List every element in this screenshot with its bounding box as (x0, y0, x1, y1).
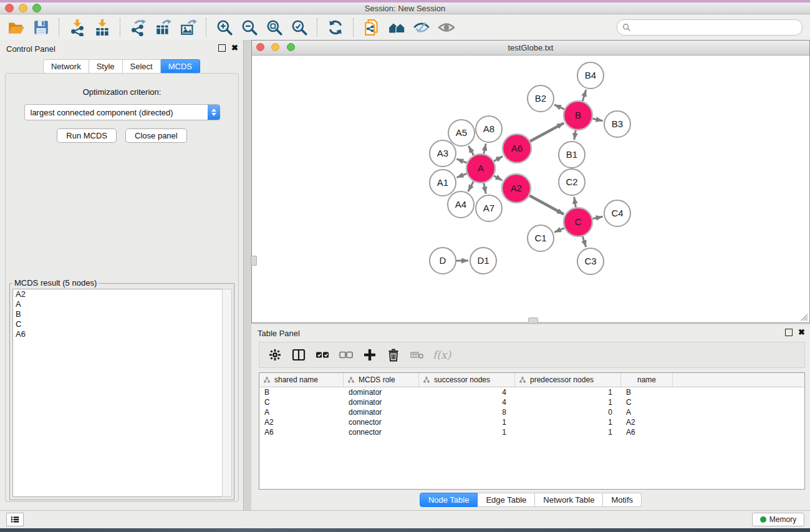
graph-node-A1[interactable]: A1 (430, 170, 456, 196)
graph-edge-A-A2[interactable] (494, 176, 502, 181)
close-table-panel-icon[interactable]: ✖ (798, 329, 805, 336)
export-table-button[interactable] (151, 17, 176, 37)
graph-node-A3[interactable]: A3 (430, 140, 456, 167)
column-header[interactable]: name (621, 373, 673, 387)
import-network-button[interactable] (65, 17, 90, 37)
left-splitter-grip[interactable] (251, 256, 257, 266)
show-all-homes-button[interactable] (384, 17, 409, 37)
graph-node-A2[interactable]: A2 (502, 174, 531, 203)
zoom-fit-button[interactable] (262, 17, 287, 37)
column-header[interactable]: predecessor nodes (515, 373, 621, 387)
graph-edge-C-C4[interactable] (592, 216, 602, 219)
search-input[interactable] (634, 21, 802, 34)
float-table-panel-icon[interactable] (785, 329, 793, 336)
graph-edge-C-C3[interactable] (582, 236, 586, 247)
table-cell-name[interactable]: A6 (621, 428, 673, 437)
close-panel-button[interactable]: Close panel (125, 128, 187, 143)
result-item[interactable]: C (13, 319, 222, 329)
graph-edge-A6-B[interactable] (530, 123, 564, 141)
graph-node-C2[interactable]: C2 (559, 169, 585, 195)
graph-edge-A-A7[interactable] (484, 183, 486, 194)
table-cell-successor[interactable]: 4 (419, 388, 515, 397)
select-all-columns-button[interactable] (312, 345, 333, 365)
graph-edge-C-C2[interactable] (574, 197, 576, 208)
graph-node-B2[interactable]: B2 (528, 85, 554, 112)
graph-node-A7[interactable]: A7 (476, 195, 502, 221)
table-cell-name[interactable]: C (621, 398, 673, 407)
open-file-button[interactable] (4, 17, 29, 37)
graph-node-C4[interactable]: C4 (604, 200, 630, 226)
table-cell-shared_name[interactable]: C (259, 398, 344, 407)
table-cell-successor[interactable]: 1 (419, 428, 515, 437)
refresh-button[interactable] (323, 17, 348, 37)
graph-node-A8[interactable]: A8 (476, 116, 502, 142)
zoom-selected-button[interactable] (287, 17, 312, 37)
zoom-out-button[interactable] (237, 17, 262, 37)
tab-edge-table[interactable]: Edge Table (478, 493, 535, 507)
table-cell-mcds_role[interactable]: dominator (344, 408, 419, 417)
table-cell-successor[interactable]: 4 (419, 398, 515, 407)
tab-select[interactable]: Select (123, 59, 161, 74)
table-cell-name[interactable]: B (621, 388, 673, 397)
graph-node-A5[interactable]: A5 (448, 120, 475, 146)
result-item[interactable]: A6 (13, 329, 222, 339)
float-panel-icon[interactable] (218, 44, 226, 52)
zoom-in-button[interactable] (212, 17, 237, 37)
table-cell-mcds_role[interactable]: dominator (344, 398, 419, 407)
criterion-select[interactable]: largest connected component (directed) (24, 104, 220, 120)
graph-edge-C-C1[interactable] (554, 228, 564, 233)
graph-node-D[interactable]: D (430, 248, 456, 274)
table-cell-predecessor[interactable]: 1 (515, 428, 621, 437)
graph-edge-B-B4[interactable] (582, 90, 586, 101)
table-settings-button[interactable] (264, 345, 286, 365)
graph-edge-A-A4[interactable] (468, 181, 474, 191)
result-item[interactable]: A (13, 299, 222, 309)
table-row[interactable]: Bdominator41B (259, 387, 804, 397)
import-table-button[interactable] (90, 17, 115, 37)
table-cell-mcds_role[interactable]: connector (344, 418, 419, 427)
hide-selected-button[interactable] (409, 17, 434, 37)
graph-node-B1[interactable]: B1 (559, 142, 585, 168)
bottom-splitter-grip[interactable] (528, 317, 538, 324)
table-cell-name[interactable]: A (621, 408, 673, 417)
table-cell-shared_name[interactable]: A6 (259, 428, 344, 437)
table-row[interactable]: A2connector11A2 (259, 417, 804, 427)
table-cell-predecessor[interactable]: 1 (515, 418, 621, 427)
graph-node-D1[interactable]: D1 (470, 248, 496, 274)
table-cell-predecessor[interactable]: 0 (515, 408, 621, 417)
tab-style[interactable]: Style (89, 59, 123, 74)
table-cell-name[interactable]: A2 (621, 418, 673, 427)
delete-table-button[interactable] (407, 345, 428, 365)
table-cell-shared_name[interactable]: A2 (259, 418, 344, 427)
graph-edge-A-A6[interactable] (494, 157, 503, 162)
delete-column-button[interactable] (383, 345, 404, 365)
graph-edge-B-B3[interactable] (592, 118, 602, 121)
table-row[interactable]: Cdominator41C (259, 397, 804, 407)
minimize-traffic-light-icon[interactable] (19, 4, 27, 12)
tab-network-table[interactable]: Network Table (535, 493, 603, 507)
node-table[interactable]: shared nameMCDS rolesuccessor nodesprede… (259, 372, 805, 490)
result-list-scrollbar[interactable] (222, 289, 232, 497)
mcds-result-list[interactable]: A2ABCA6 (12, 289, 223, 497)
column-header[interactable]: shared name (259, 373, 344, 387)
column-header[interactable]: successor nodes (419, 373, 515, 387)
resize-grip-icon[interactable] (799, 312, 808, 321)
export-image-button[interactable] (176, 17, 201, 37)
graph-edge-A-A8[interactable] (484, 144, 486, 154)
close-panel-icon[interactable]: ✖ (231, 45, 238, 51)
table-cell-mcds_role[interactable]: dominator (344, 388, 419, 397)
graph-node-A[interactable]: A (466, 154, 495, 183)
graph-edge-A-A1[interactable] (456, 173, 466, 177)
export-network-button[interactable] (126, 17, 151, 37)
close-traffic-light-icon[interactable] (5, 4, 14, 12)
graph-edge-A-A5[interactable] (468, 146, 473, 155)
graph-edge-A-A3[interactable] (456, 159, 466, 163)
table-cell-mcds_role[interactable]: connector (344, 428, 419, 437)
graph-node-B3[interactable]: B3 (604, 111, 630, 137)
show-columns-button[interactable] (288, 345, 309, 365)
save-session-button[interactable] (29, 17, 54, 37)
deselect-all-columns-button[interactable] (335, 345, 357, 365)
result-item[interactable]: B (13, 309, 222, 319)
add-column-button[interactable] (359, 345, 380, 365)
table-cell-predecessor[interactable]: 1 (515, 388, 621, 397)
